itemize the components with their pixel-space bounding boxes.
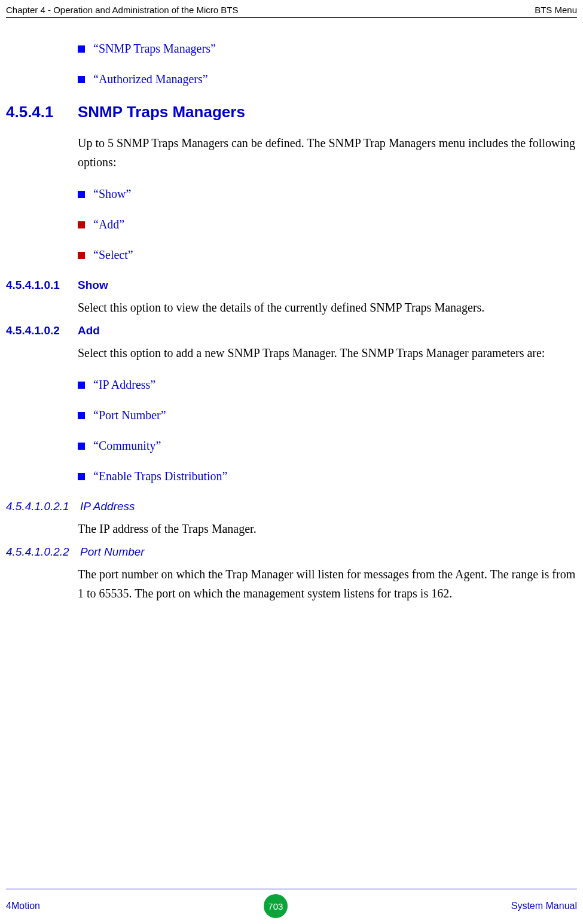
- body-paragraph: Select this option to add a new SNMP Tra…: [78, 343, 577, 362]
- page-header: Chapter 4 - Operation and Administration…: [0, 0, 583, 17]
- heading-number: 4.5.4.1.0.2.2: [6, 545, 78, 559]
- list-item: “IP Address”: [78, 378, 577, 392]
- page-footer: 4Motion 703 System Manual: [0, 889, 583, 918]
- link-text[interactable]: “Community”: [93, 439, 161, 453]
- link-text[interactable]: “Add”: [93, 218, 124, 231]
- bullet-square-icon: [78, 252, 85, 259]
- heading-level-3: 4.5.4.1.0.1 Show: [6, 279, 577, 292]
- heading-title: Add: [78, 324, 100, 337]
- heading-level-2: 4.5.4.1 SNMP Traps Managers: [6, 103, 577, 121]
- link-text[interactable]: “Enable Traps Distribution”: [93, 469, 227, 483]
- heading-number: 4.5.4.1.0.2: [6, 324, 78, 337]
- list-item: “Authorized Managers”: [78, 72, 577, 86]
- footer-row: 4Motion 703 System Manual: [6, 894, 577, 918]
- heading-number: 4.5.4.1.0.1: [6, 279, 78, 292]
- link-text[interactable]: “Authorized Managers”: [93, 72, 208, 86]
- footer-left: 4Motion: [6, 901, 40, 911]
- heading-number: 4.5.4.1: [6, 103, 78, 121]
- link-text[interactable]: “IP Address”: [93, 378, 155, 392]
- page-content: “SNMP Traps Managers” “Authorized Manage…: [0, 18, 583, 603]
- bullet-square-icon: [78, 76, 85, 83]
- body-paragraph: Select this option to view the details o…: [78, 298, 577, 317]
- list-item: “Port Number”: [78, 408, 577, 422]
- heading-title: Show: [78, 279, 108, 292]
- heading-level-4: 4.5.4.1.0.2.1 IP Address: [6, 500, 577, 513]
- body-paragraph: Up to 5 SNMP Traps Managers can be defin…: [78, 133, 577, 172]
- bullet-square-icon: [78, 191, 85, 198]
- body-paragraph: The port number on which the Trap Manage…: [78, 565, 577, 603]
- footer-rule: [6, 889, 577, 889]
- bullet-square-icon: [78, 473, 85, 480]
- list-item: “Community”: [78, 439, 577, 453]
- header-right: BTS Menu: [535, 5, 577, 15]
- bullet-square-icon: [78, 382, 85, 389]
- body-paragraph: The IP address of the Traps Manager.: [78, 519, 577, 538]
- bullet-square-icon: [78, 221, 85, 228]
- heading-title: SNMP Traps Managers: [78, 103, 245, 121]
- bullet-square-icon: [78, 45, 85, 53]
- header-left: Chapter 4 - Operation and Administration…: [6, 5, 239, 15]
- list-item: “Enable Traps Distribution”: [78, 469, 577, 483]
- list-item: “Select”: [78, 248, 577, 262]
- heading-level-3: 4.5.4.1.0.2 Add: [6, 324, 577, 337]
- bullet-square-icon: [78, 412, 85, 419]
- link-text[interactable]: “SNMP Traps Managers”: [93, 42, 216, 56]
- list-item: “SNMP Traps Managers”: [78, 42, 577, 56]
- heading-number: 4.5.4.1.0.2.1: [6, 500, 78, 513]
- page-number-badge: 703: [264, 894, 288, 918]
- heading-title: Port Number: [80, 545, 145, 559]
- heading-level-4: 4.5.4.1.0.2.2 Port Number: [6, 545, 577, 559]
- link-text[interactable]: “Show”: [93, 187, 131, 201]
- link-text[interactable]: “Select”: [93, 248, 133, 262]
- list-item: “Show”: [78, 187, 577, 201]
- heading-title: IP Address: [80, 500, 135, 513]
- bullet-square-icon: [78, 443, 85, 450]
- footer-right: System Manual: [511, 901, 577, 911]
- link-text[interactable]: “Port Number”: [93, 408, 166, 422]
- list-item: “Add”: [78, 218, 577, 231]
